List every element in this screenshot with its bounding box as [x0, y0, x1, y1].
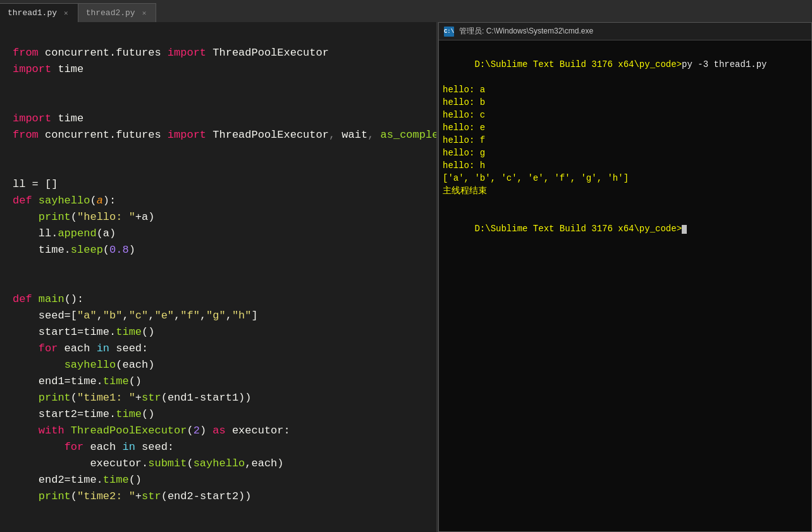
code-line-9: time. sleep ( 0.8 ) [0, 242, 436, 258]
tab-thread1-label: thread1.py [8, 8, 57, 18]
code-line-7: print ( "hello: " +a ) [0, 209, 436, 226]
cmd-line-blank [443, 197, 808, 210]
code-line-blank-5 [0, 160, 436, 176]
code-line-15: end1=time. time () [0, 373, 436, 390]
code-line-10: def main (): [0, 291, 436, 308]
cmd-title-bar: C:\ 管理员: C:\Windows\System32\cmd.exe [439, 23, 811, 40]
cmd-line-2: hello: b [443, 96, 808, 109]
cmd-icon: C:\ [444, 27, 454, 37]
kw-import-1: import [168, 45, 206, 61]
code-line-2: import time [0, 61, 436, 78]
cmd-line-10: D:\Sublime Text Build 3176 x64\py_code> [443, 210, 808, 248]
tab-bar: thread1.py ✕ thread2.py ✕ [0, 0, 812, 22]
cmd-line-6: hello: g [443, 147, 808, 159]
cmd-line-3: hello: c [443, 109, 808, 121]
code-line-14: sayhello ( each ) [0, 357, 436, 373]
code-line-18: with ThreadPoolExecutor ( 2 ) as executo… [0, 423, 436, 439]
code-line-blank-3 [0, 94, 436, 111]
cmd-cursor [682, 225, 687, 234]
code-line-1: from concurrent.futures import ThreadPoo… [0, 45, 436, 61]
code-line-6: def sayhello ( a ): [0, 193, 436, 209]
cmd-content: D:\Sublime Text Build 3176 x64\py_code>p… [439, 40, 811, 253]
code-line-19: for each in seed: [0, 439, 436, 456]
cmd-line-4: hello: e [443, 121, 808, 134]
code-line-22: print ( "time2: " + str ( end2 - start2 … [0, 488, 436, 505]
tab-thread1[interactable]: thread1.py ✕ [0, 3, 78, 22]
kw-import-2: import [13, 61, 51, 78]
code-line-blank-2 [0, 78, 436, 94]
code-line-13: for each in seed: [0, 341, 436, 357]
code-line-3: import time [0, 111, 436, 127]
editor-area: from concurrent.futures import ThreadPoo… [0, 22, 436, 532]
kw-from-1: from [13, 45, 39, 61]
code-line-11: seed=[ "a" , "b" , "c" , "e" , "f" , "g"… [0, 308, 436, 324]
tab-thread1-close[interactable]: ✕ [62, 8, 70, 18]
tab-thread2-label: thread2.py [86, 8, 135, 18]
cmd-line-1: hello: a [443, 83, 808, 96]
code-line-8: ll. append ( a ) [0, 226, 436, 242]
cmd-line-7: hello: h [443, 159, 808, 172]
cmd-line-0: D:\Sublime Text Build 3176 x64\py_code>p… [443, 45, 808, 83]
cmd-line-8: ['a', 'b', 'c', 'e', 'f', 'g', 'h'] [443, 172, 808, 184]
cmd-window[interactable]: C:\ 管理员: C:\Windows\System32\cmd.exe D:\… [438, 22, 812, 532]
code-line-20: executor. submit ( sayhello ,each ) [0, 456, 436, 472]
code-line-blank-7 [0, 275, 436, 291]
code-line-blank-6 [0, 258, 436, 275]
code-line-17: start2=time. time () [0, 406, 436, 423]
code-line-4: from concurrent.futures import ThreadPoo… [0, 127, 436, 143]
code-line-blank-4 [0, 143, 436, 160]
cmd-line-5: hello: f [443, 134, 808, 147]
code-line-blank-1 [0, 28, 436, 45]
tab-thread2[interactable]: thread2.py ✕ [78, 3, 157, 22]
code-line-16: print ( "time1: " + str ( end1 - start1 … [0, 390, 436, 406]
cmd-title-text: 管理员: C:\Windows\System32\cmd.exe [459, 26, 593, 37]
code-line-21: end2=time. time () [0, 472, 436, 488]
code-line-5: ll = [] [0, 176, 436, 193]
cmd-line-9: 主线程结束 [443, 184, 808, 197]
code-line-12: start1=time. time () [0, 324, 436, 341]
tab-thread2-close[interactable]: ✕ [140, 8, 149, 18]
